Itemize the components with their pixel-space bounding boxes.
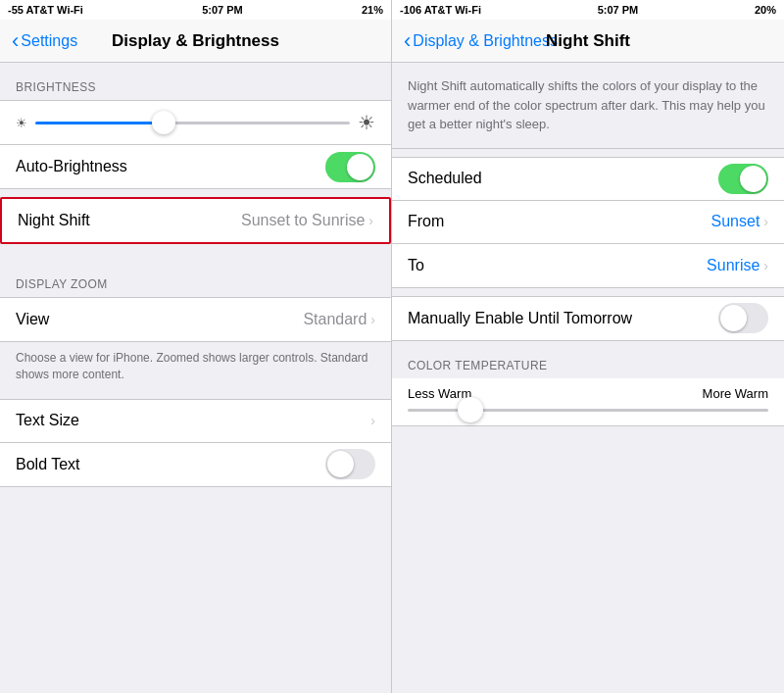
bold-text-toggle[interactable]: [325, 449, 375, 479]
view-chevron-icon: ›: [370, 312, 375, 327]
status-left: -55 AT&T Wi-Fi: [8, 4, 83, 16]
view-value-text: Standard: [303, 311, 367, 328]
auto-brightness-toggle[interactable]: [325, 152, 375, 182]
auto-brightness-label: Auto-Brightness: [16, 158, 127, 175]
right-back-label[interactable]: Display & Brightness: [413, 32, 558, 50]
from-value: Sunset ›: [711, 213, 768, 230]
bold-text-row: Bold Text: [0, 443, 391, 486]
status-right: 21%: [362, 4, 383, 16]
brightness-section-header: BRIGHTNESS: [0, 63, 391, 100]
brightness-high-icon: ☀: [358, 111, 375, 134]
back-button[interactable]: ‹ Settings: [12, 30, 77, 52]
scheduled-row: Scheduled: [392, 158, 784, 201]
color-temp-row: Less Warm More Warm: [392, 378, 784, 426]
bold-text-label: Bold Text: [16, 456, 80, 473]
status-time: 5:07 PM: [202, 4, 243, 16]
view-value: Standard ›: [303, 311, 375, 328]
manually-enable-label: Manually Enable Until Tomorrow: [408, 310, 632, 327]
back-label[interactable]: Settings: [21, 32, 77, 50]
right-status-time: 5:07 PM: [598, 4, 639, 16]
to-label: To: [408, 257, 424, 274]
manually-enable-row: Manually Enable Until Tomorrow: [392, 297, 784, 340]
night-shift-label: Night Shift: [18, 212, 90, 229]
left-status-bar: -55 AT&T Wi-Fi 5:07 PM 21%: [0, 0, 391, 20]
from-label: From: [408, 213, 444, 230]
manually-toggle-knob: [720, 305, 747, 331]
right-panel: -106 AT&T Wi-Fi 5:07 PM 20% ‹ Display & …: [392, 0, 784, 693]
battery-text: 21%: [362, 4, 383, 16]
text-size-chevron: ›: [370, 413, 375, 428]
right-carrier-text: -106 AT&T Wi-Fi: [400, 4, 481, 16]
right-status-left: -106 AT&T Wi-Fi: [400, 4, 481, 16]
left-panel: -55 AT&T Wi-Fi 5:07 PM 21% ‹ Settings Di…: [0, 0, 392, 693]
brightness-slider[interactable]: [35, 122, 350, 124]
right-battery-text: 20%: [755, 4, 776, 16]
left-nav-bar: ‹ Settings Display & Brightness: [0, 20, 391, 63]
right-nav-bar: ‹ Display & Brightness Night Shift: [392, 20, 784, 63]
from-row[interactable]: From Sunset ›: [392, 201, 784, 244]
color-temp-slider[interactable]: [408, 409, 768, 412]
color-temp-section-header: COLOR TEMPERATURE: [392, 341, 784, 378]
from-value-text: Sunset: [711, 213, 760, 230]
night-shift-group: Night Shift Sunset to Sunrise ›: [0, 197, 391, 244]
to-value: Sunrise ›: [707, 257, 768, 274]
scheduled-label: Scheduled: [408, 170, 482, 187]
brightness-group: ☀ ☀ Auto-Brightness: [0, 100, 391, 189]
right-status-right: 20%: [755, 4, 776, 16]
to-chevron-icon: ›: [763, 258, 768, 273]
bold-toggle-knob: [327, 451, 354, 477]
auto-brightness-row: Auto-Brightness: [0, 145, 391, 188]
back-chevron-icon: ‹: [12, 30, 19, 52]
from-chevron-icon: ›: [763, 214, 768, 229]
right-back-button[interactable]: ‹ Display & Brightness: [404, 30, 558, 52]
manually-enable-toggle[interactable]: [718, 303, 768, 333]
night-shift-chevron-icon: ›: [368, 213, 373, 228]
brightness-low-icon: ☀: [16, 116, 27, 130]
night-shift-value: Sunset to Sunrise ›: [241, 212, 373, 229]
display-zoom-group: View Standard ›: [0, 297, 391, 342]
right-nav-title: Night Shift: [546, 31, 630, 51]
nav-title: Display & Brightness: [112, 31, 279, 51]
view-row[interactable]: View Standard ›: [0, 298, 391, 341]
manually-enable-group: Manually Enable Until Tomorrow: [392, 296, 784, 341]
text-size-row[interactable]: Text Size ›: [0, 400, 391, 443]
night-shift-description: Night Shift automatically shifts the col…: [392, 63, 784, 149]
toggle-knob: [347, 154, 373, 180]
text-bold-group: Text Size › Bold Text: [0, 399, 391, 487]
view-footnote: Choose a view for iPhone. Zoomed shows l…: [0, 342, 391, 399]
text-size-label: Text Size: [16, 412, 79, 429]
right-status-bar: -106 AT&T Wi-Fi 5:07 PM 20%: [392, 0, 784, 20]
scheduled-group: Scheduled From Sunset › To Sunrise ›: [392, 157, 784, 288]
night-shift-value-text: Sunset to Sunrise: [241, 212, 365, 229]
brightness-row: ☀ ☀: [0, 101, 391, 144]
scheduled-toggle-knob: [740, 166, 766, 192]
to-row[interactable]: To Sunrise ›: [392, 244, 784, 287]
carrier-text: -55 AT&T Wi-Fi: [8, 4, 83, 16]
color-temp-slider-wrap: [408, 409, 768, 412]
night-shift-row[interactable]: Night Shift Sunset to Sunrise ›: [2, 199, 389, 242]
text-size-chevron-icon: ›: [370, 413, 375, 428]
scheduled-toggle[interactable]: [718, 164, 768, 194]
view-label: View: [16, 311, 49, 328]
to-value-text: Sunrise: [707, 257, 760, 274]
right-back-chevron-icon: ‹: [404, 30, 411, 52]
display-zoom-section-header: DISPLAY ZOOM: [0, 260, 391, 297]
